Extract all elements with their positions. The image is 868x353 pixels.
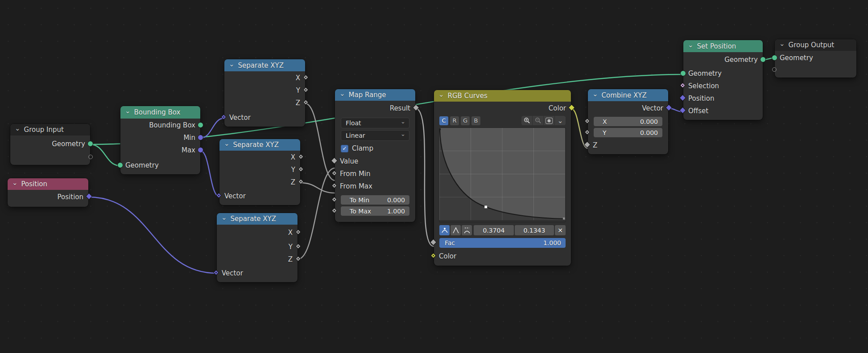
collapse-chevron-icon[interactable]: ⌄ [438,92,444,97]
socket-virtual[interactable] [88,155,93,159]
delete-point-button[interactable]: ✕ [555,225,566,235]
wire-boundingbox-max-separate2 [200,151,219,197]
curve-tools-dropdown-button[interactable]: ⌄ [555,116,566,125]
handle-auto-clamped-button[interactable] [462,225,472,235]
node-rgb-curves: ⌄ RGB Curves Color C R G B [434,90,571,266]
node-header[interactable]: ⌄ Separate XYZ [224,59,305,71]
node-header[interactable]: ⌄ Group Output [775,39,856,51]
node-separate-xyz-1: ⌄ Separate XYZ X Y Z Vector [224,59,305,127]
wire-separate2-z-frommax [300,183,335,193]
node-combine-xyz: ⌄ Combine XYZ Vector X 0.000 Y 0.000 [588,89,668,154]
node-title: Bounding Box [134,108,181,116]
node-title: Map Range [349,91,386,99]
socket-label: Y [291,166,295,174]
x-slider[interactable]: X 0.000 [594,117,662,126]
socket-output-bounding-box[interactable] [198,122,203,128]
node-title: Combine XYZ [602,91,647,99]
socket-output-geometry[interactable] [87,141,93,147]
channel-button-c[interactable]: C [439,116,448,125]
chevron-down-icon: ⌄ [401,120,405,123]
node-title: Group Input [24,126,64,134]
collapse-chevron-icon[interactable]: ⌄ [224,141,230,146]
socket-label: X [296,74,300,82]
socket-label: Z [288,255,293,263]
point-y-field[interactable]: 0.1343 [515,225,554,235]
node-header[interactable]: ⌄ Separate XYZ [219,139,300,151]
zoom-in-button[interactable] [521,116,532,125]
slider-value: 0.000 [640,118,658,125]
to-max-slider[interactable]: To Max 1.000 [341,206,409,216]
curve-endpoint-start[interactable] [439,128,441,130]
collapse-chevron-icon[interactable]: ⌄ [229,62,235,66]
collapse-chevron-icon[interactable]: ⌄ [688,43,694,47]
node-title: Position [21,180,47,188]
fac-slider[interactable]: Fac 1.000 [439,238,566,248]
socket-label: Geometry [724,56,758,64]
node-header[interactable]: ⌄ Set Position [683,40,763,52]
handle-auto-clamped-icon [463,227,471,234]
node-header[interactable]: ⌄ Map Range [335,89,415,101]
to-min-slider[interactable]: To Min 0.000 [341,195,409,205]
node-header[interactable]: ⌄ Bounding Box [120,106,200,119]
socket-label: Vector [229,114,251,122]
clipping-toggle-button[interactable] [544,116,554,125]
socket-label: X [291,153,295,161]
dropdown-value: Float [346,119,361,127]
slider-label: Y [603,129,607,136]
node-header[interactable]: ⌄ RGB Curves [434,90,571,102]
socket-output-min[interactable] [198,135,203,140]
socket-output-max[interactable] [198,147,203,153]
socket-label: Vector [642,104,663,112]
zoom-out-button[interactable] [533,116,543,125]
collapse-chevron-icon[interactable]: ⌄ [15,126,21,131]
interpolation-dropdown[interactable]: Linear ⌄ [341,130,409,141]
socket-label: Min [183,134,195,142]
collapse-chevron-icon[interactable]: ⌄ [125,109,131,113]
data-type-dropdown[interactable]: Float ⌄ [341,118,409,128]
clipping-icon [545,117,553,124]
node-separate-xyz-2: ⌄ Separate XYZ X Y Z Vector [219,139,300,205]
node-header[interactable]: ⌄ Group Input [10,124,90,135]
clamp-checkbox[interactable]: ✓ [341,145,348,152]
node-group-input: ⌄ Group Input Geometry [10,124,90,165]
node-title: Set Position [697,42,736,50]
node-title: Separate XYZ [233,141,279,149]
y-slider[interactable]: Y 0.000 [594,128,662,137]
socket-label: Max [182,146,195,154]
wire-groupinput-boundingbox [90,144,120,166]
zoom-out-icon [535,117,541,124]
curve-endpoint-end[interactable] [563,218,565,220]
collapse-chevron-icon[interactable]: ⌄ [592,92,598,96]
wire-result-fac [415,108,434,246]
socket-input-geometry[interactable] [117,162,123,168]
handle-auto-button[interactable] [439,225,450,235]
channel-button-g[interactable]: G [461,116,470,125]
collapse-chevron-icon[interactable]: ⌄ [221,215,227,220]
socket-label: Value [340,157,358,165]
socket-input-geometry[interactable] [772,55,777,61]
curve-editor[interactable] [439,128,566,222]
chevron-down-icon: ⌄ [401,132,405,136]
point-x-field[interactable]: 0.3704 [474,225,514,235]
socket-label: Y [289,243,293,251]
node-header[interactable]: ⌄ Position [8,178,88,190]
node-header[interactable]: ⌄ Separate XYZ [217,213,298,225]
socket-label: Z [296,99,300,107]
socket-label: Color [439,252,456,260]
channel-button-r[interactable]: R [450,116,459,125]
socket-label: From Max [340,182,372,190]
socket-label: Geometry [125,161,159,169]
collapse-chevron-icon[interactable]: ⌄ [339,91,345,96]
socket-label: Geometry [52,140,85,148]
channel-button-b[interactable]: B [471,116,480,125]
socket-output-geometry[interactable] [760,57,766,62]
handle-vector-button[interactable] [451,225,461,235]
collapse-chevron-icon[interactable]: ⌄ [779,41,785,46]
collapse-chevron-icon[interactable]: ⌄ [12,181,18,185]
curve-selected-point[interactable] [484,205,488,209]
socket-virtual[interactable] [772,67,777,72]
node-header[interactable]: ⌄ Combine XYZ [588,89,668,101]
socket-input-geometry[interactable] [680,70,686,76]
node-editor-canvas[interactable]: ⌄ Group Input Geometry ⌄ Position Positi… [0,0,868,353]
slider-label: Fac [445,239,455,246]
